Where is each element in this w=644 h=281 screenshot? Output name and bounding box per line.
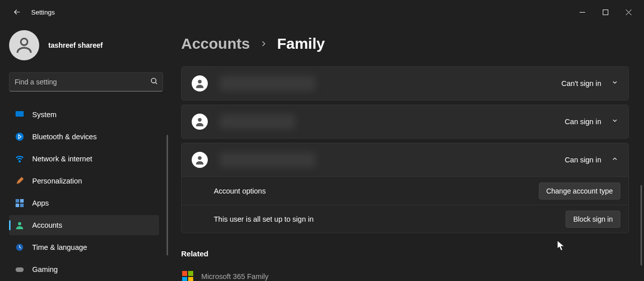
sidebar-item-network[interactable]: Network & internet [9,149,159,169]
arrow-left-icon [13,8,22,17]
account-options-row: Account options Change account type [182,176,628,205]
accounts-icon [15,221,24,230]
sidebar-item-label: Personalization [32,177,82,185]
member-avatar [192,152,208,168]
sidebar-item-label: Network & internet [32,155,92,163]
member-name-redacted [220,114,295,129]
svg-rect-17 [188,271,193,276]
breadcrumb: Accounts Family [181,35,629,52]
svg-rect-18 [182,277,187,281]
member-status: Can sign in [565,156,601,164]
member-avatar [192,114,208,130]
chevron-up-icon [611,155,618,164]
related-m365[interactable]: Microsoft 365 Family [181,270,629,281]
page-title: Family [277,35,325,52]
brush-icon [15,176,24,185]
member-name-redacted [220,76,315,91]
app-title: Settings [31,9,55,16]
m365-icon [181,270,194,281]
search-input[interactable] [9,72,163,91]
minimize-icon [580,10,585,15]
member-status: Can't sign in [561,79,601,87]
search-icon [150,77,158,87]
chevron-down-icon [611,117,618,126]
close-button[interactable] [617,4,640,20]
member-status: Can sign in [565,118,601,126]
back-button[interactable] [10,5,24,19]
user-block[interactable]: tashreef shareef [9,30,163,60]
related-label: Microsoft 365 Family [201,272,269,280]
person-icon [14,35,34,55]
sidebar-item-apps[interactable]: Apps [9,193,159,213]
svg-point-10 [18,222,21,225]
sidebar-item-label: Time & language [32,243,87,251]
sidebar-item-accounts[interactable]: Accounts [9,215,159,235]
svg-rect-12 [16,267,24,272]
member-avatar [192,75,208,91]
family-member-row[interactable]: Can sign in [182,105,628,138]
family-member-card: Can sign in [181,105,629,139]
bluetooth-icon [15,132,24,141]
svg-rect-7 [20,199,24,203]
sidebar-item-label: Bluetooth & devices [32,133,97,141]
svg-rect-19 [188,277,193,281]
chevron-right-icon [259,39,268,48]
minimize-button[interactable] [571,4,594,20]
member-name-redacted [220,152,315,167]
person-icon [194,78,205,89]
signin-message: This user is all set up to sign in [214,215,313,223]
family-member-row[interactable]: Can sign in [182,143,628,176]
sidebar-item-time[interactable]: Time & language [9,237,159,257]
avatar [9,30,39,60]
svg-point-15 [198,156,201,160]
person-icon [194,116,205,127]
clock-icon [15,243,24,252]
change-account-type-button[interactable]: Change account type [539,182,620,200]
svg-rect-3 [16,111,24,117]
svg-point-4 [16,133,24,141]
chevron-down-icon [611,79,618,88]
close-icon [626,10,631,15]
svg-point-14 [198,118,201,122]
svg-rect-8 [16,204,19,207]
svg-point-2 [151,78,156,83]
related-heading: Related [181,249,629,258]
person-icon [194,154,205,165]
svg-rect-9 [20,204,24,207]
user-name: tashreef shareef [48,41,103,49]
wifi-icon [15,154,24,163]
breadcrumb-parent[interactable]: Accounts [181,35,250,52]
sidebar-item-label: System [32,111,56,119]
sidebar-item-gaming[interactable]: Gaming [9,259,159,279]
signin-status-row: This user is all set up to sign in Block… [182,205,628,233]
sidebar-item-bluetooth[interactable]: Bluetooth & devices [9,127,159,147]
main-scrollbar[interactable] [640,185,642,265]
display-icon [15,110,24,119]
sidebar-item-label: Accounts [32,221,62,229]
svg-rect-6 [16,199,19,203]
maximize-icon [603,10,608,15]
search-box[interactable] [9,72,163,91]
sidebar-item-personalization[interactable]: Personalization [9,171,159,191]
svg-rect-0 [603,10,608,15]
sidebar-scrollbar[interactable] [167,135,168,255]
svg-point-13 [198,80,201,83]
svg-point-1 [21,39,27,45]
gamepad-icon [15,265,24,274]
family-member-card: Can't sign in [181,66,629,101]
family-member-row[interactable]: Can't sign in [182,67,628,100]
svg-point-5 [19,161,20,162]
maximize-button[interactable] [594,4,617,20]
sidebar-item-system[interactable]: System [9,105,159,125]
apps-icon [15,199,24,208]
block-signin-button[interactable]: Block sign in [566,211,620,228]
sidebar-item-label: Apps [32,199,49,207]
sidebar-item-label: Gaming [32,265,58,273]
family-member-card-expanded: Can sign in Account options Change accou… [181,143,629,233]
account-options-label: Account options [214,187,266,195]
svg-rect-16 [182,271,187,276]
